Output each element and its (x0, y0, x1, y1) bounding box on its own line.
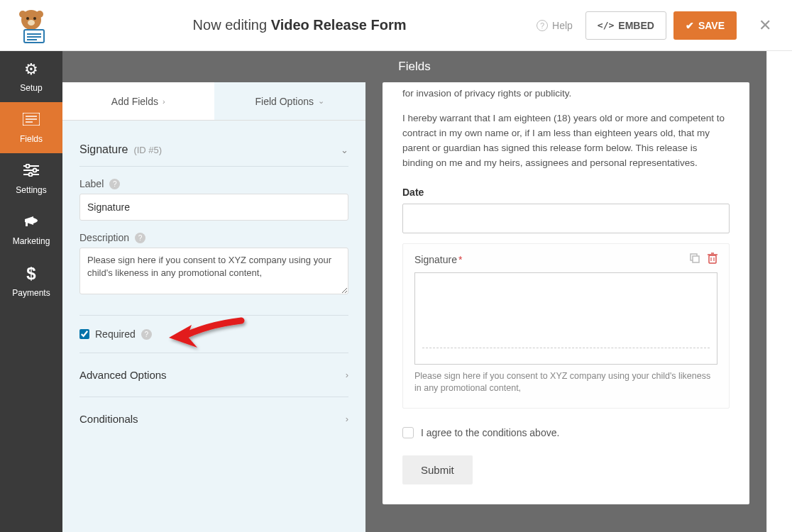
svg-point-1 (19, 11, 26, 18)
sidebar-item-setup[interactable]: ⚙ Setup (0, 51, 62, 102)
label-description: Description ? (79, 232, 348, 243)
chevron-right-icon: › (346, 370, 348, 380)
right-gutter (766, 51, 792, 532)
sidebar-item-fields[interactable]: Fields (0, 102, 62, 153)
required-row: Required ? (79, 315, 348, 353)
sliders-icon (23, 162, 39, 181)
preview-area: for invasion of privacy rights or public… (365, 51, 766, 532)
required-label: Required (95, 328, 136, 340)
panel-tabs: Add Fields › Field Options ⌄ (62, 82, 365, 121)
label-field-label: Label ? (79, 178, 348, 189)
save-button[interactable]: ✔ SAVE (673, 11, 737, 40)
gear-icon: ⚙ (24, 60, 38, 79)
delete-icon[interactable] (708, 253, 719, 264)
duplicate-icon[interactable] (689, 253, 700, 264)
release-paragraph-fragment: for invasion of privacy rights or public… (402, 82, 730, 101)
bear-logo-icon (13, 7, 50, 44)
signature-description: Please sign here if you consent to XYZ c… (414, 370, 717, 395)
submit-button[interactable]: Submit (402, 455, 473, 484)
help-link[interactable]: ? Help (537, 20, 573, 31)
label-input[interactable] (79, 194, 348, 221)
sidebar-item-payments[interactable]: $ Payments (0, 255, 62, 306)
svg-point-4 (33, 17, 36, 20)
svg-rect-20 (26, 222, 28, 226)
release-paragraph-2: I hereby warrant that I am eighteen (18)… (402, 111, 730, 171)
svg-point-3 (26, 17, 29, 20)
sidebar-item-settings[interactable]: Settings (0, 153, 62, 204)
section-header-signature[interactable]: Signature (ID #5) ⌄ (79, 133, 348, 167)
svg-point-17 (33, 169, 37, 172)
signature-pad[interactable] (414, 272, 717, 365)
required-checkbox[interactable] (79, 329, 89, 339)
tab-field-options[interactable]: Field Options ⌄ (214, 82, 366, 120)
wpforms-logo (0, 0, 62, 51)
dollar-icon: $ (26, 264, 35, 284)
chevron-down-icon: ⌄ (318, 96, 324, 106)
agree-label: I agree to the conditions above. (421, 427, 559, 438)
date-label: Date (402, 187, 730, 198)
page-title: Now editing Video Release Form (62, 17, 537, 33)
tab-add-fields[interactable]: Add Fields › (62, 82, 214, 120)
help-tooltip-icon[interactable]: ? (109, 179, 120, 189)
help-icon: ? (537, 20, 548, 31)
chevron-right-icon: › (163, 97, 165, 106)
section-conditionals[interactable]: Conditionals › (79, 397, 348, 440)
date-input[interactable] (402, 204, 730, 233)
embed-icon: </> (598, 20, 614, 31)
signature-label: Signature* (414, 254, 717, 265)
top-bar: Now editing Video Release Form ? Help </… (0, 0, 792, 51)
svg-point-15 (26, 165, 30, 168)
sidebar: ⚙ Setup Fields Settings Marketing $ Paym… (0, 51, 62, 532)
svg-rect-9 (27, 39, 37, 40)
svg-rect-7 (27, 33, 41, 35)
agree-checkbox[interactable] (402, 427, 414, 438)
help-tooltip-icon[interactable]: ? (141, 329, 152, 340)
panel-title-bar: Fields (62, 51, 766, 82)
sidebar-item-marketing[interactable]: Marketing (0, 204, 62, 255)
section-advanced-options[interactable]: Advanced Options › (79, 353, 348, 397)
check-icon: ✔ (686, 20, 694, 31)
fields-icon (23, 111, 40, 130)
chevron-right-icon: › (346, 414, 348, 424)
help-tooltip-icon[interactable]: ? (135, 233, 145, 243)
svg-point-19 (29, 173, 33, 177)
svg-point-5 (28, 20, 35, 26)
svg-rect-22 (693, 256, 699, 262)
top-actions: ? Help </> EMBED ✔ SAVE ✕ (537, 11, 778, 40)
close-icon: ✕ (759, 16, 771, 35)
svg-point-2 (36, 11, 43, 18)
svg-rect-8 (27, 36, 41, 38)
chevron-down-icon: ⌄ (341, 145, 348, 155)
description-textarea[interactable] (79, 248, 348, 294)
close-button[interactable]: ✕ (752, 16, 778, 35)
agree-row: I agree to the conditions above. (402, 427, 730, 438)
left-panel: Add Fields › Field Options ⌄ Signature (… (62, 51, 365, 532)
bullhorn-icon (23, 214, 39, 232)
signature-field-block[interactable]: Signature* Please sign here if you conse… (402, 243, 730, 409)
embed-button[interactable]: </> EMBED (585, 11, 666, 40)
svg-rect-23 (709, 255, 716, 263)
